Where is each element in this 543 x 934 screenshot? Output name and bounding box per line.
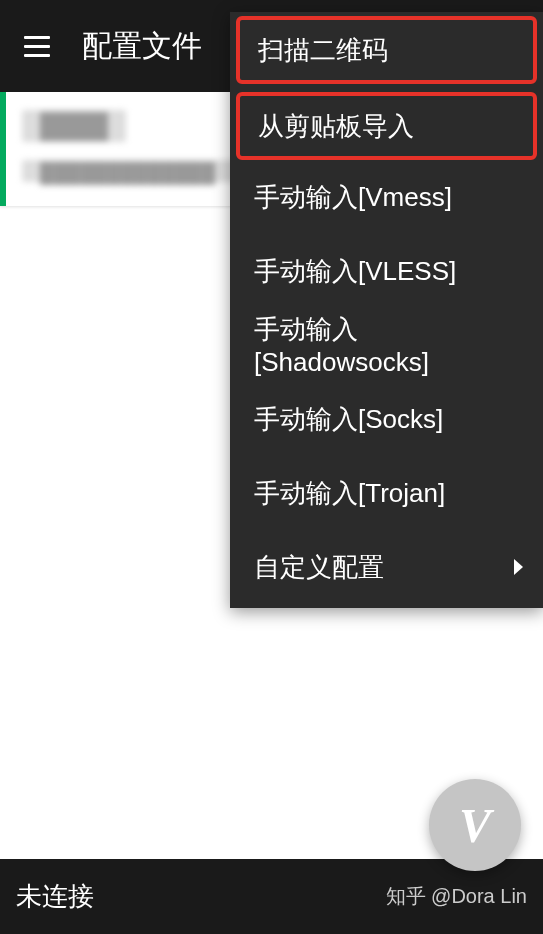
watermark: 知乎 @Dora Lin bbox=[386, 883, 527, 910]
menu-item-label: 手动输入[Socks] bbox=[254, 402, 443, 437]
menu-item-scan-qr[interactable]: 扫描二维码 bbox=[236, 16, 537, 84]
v-logo-icon: V bbox=[459, 798, 491, 853]
profile-subtitle: █████████████ bbox=[22, 160, 242, 182]
app-title: 配置文件 bbox=[82, 26, 202, 67]
menu-item-label: 手动输入[Trojan] bbox=[254, 476, 445, 511]
menu-item-manual-vless[interactable]: 手动输入[VLESS] bbox=[230, 234, 543, 308]
bottom-bar: 未连接 知乎 @Dora Lin bbox=[0, 859, 543, 934]
connection-status: 未连接 bbox=[16, 879, 94, 914]
add-config-menu: 扫描二维码 从剪贴板导入 手动输入[Vmess] 手动输入[VLESS] 手动输… bbox=[230, 12, 543, 608]
menu-item-manual-socks[interactable]: 手动输入[Socks] bbox=[230, 382, 543, 456]
menu-item-custom-config[interactable]: 自定义配置 bbox=[230, 530, 543, 604]
menu-item-label: 手动输入[VLESS] bbox=[254, 254, 456, 289]
menu-item-manual-shadowsocks[interactable]: 手动输入[Shadowsocks] bbox=[230, 308, 543, 382]
connect-fab[interactable]: V bbox=[429, 779, 521, 871]
menu-icon[interactable] bbox=[16, 28, 58, 65]
menu-item-label: 从剪贴板导入 bbox=[258, 109, 414, 144]
menu-item-label: 扫描二维码 bbox=[258, 33, 388, 68]
menu-item-import-clipboard[interactable]: 从剪贴板导入 bbox=[236, 92, 537, 160]
menu-item-label: 手动输入[Shadowsocks] bbox=[254, 312, 519, 378]
menu-item-manual-vmess[interactable]: 手动输入[Vmess] bbox=[230, 160, 543, 234]
menu-item-manual-trojan[interactable]: 手动输入[Trojan] bbox=[230, 456, 543, 530]
profile-title: ████ bbox=[22, 110, 126, 142]
menu-item-label: 自定义配置 bbox=[254, 550, 384, 585]
menu-item-label: 手动输入[Vmess] bbox=[254, 180, 452, 215]
chevron-right-icon bbox=[514, 559, 523, 575]
